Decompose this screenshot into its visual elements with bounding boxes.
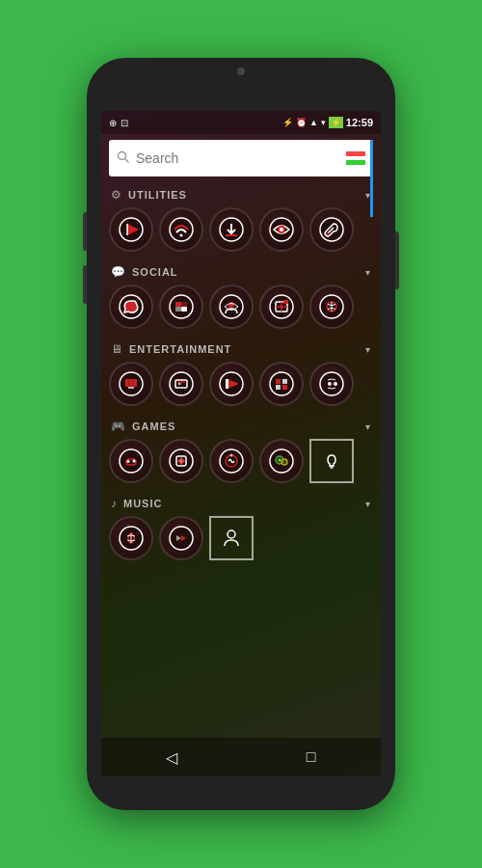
music-icon: ♪ [111,497,118,510]
svg-point-69 [228,530,235,538]
category-header-music[interactable]: ♪ MUSIC ▾ [109,491,373,514]
phone-screen: ⊕ ⊡ ⚡ ⏰ ▲ ▾ ⚡ 12:59 [101,111,381,776]
app-icon-ent-2[interactable] [159,362,203,406]
svg-point-60 [279,459,281,462]
app-icon-ent-4[interactable] [259,362,304,406]
gamepad-icon: 🎮 [111,420,126,433]
battery-icon: ⚡ [329,117,343,128]
svg-rect-29 [125,379,137,387]
search-bar[interactable] [109,140,373,176]
app-icon-utilities-4[interactable] [259,207,304,252]
social-icons-row [109,283,373,333]
svg-rect-16 [175,302,181,307]
app-icon-social-2[interactable] [159,285,203,329]
svg-rect-17 [181,307,187,312]
category-games: 🎮 GAMES ▾ [109,414,373,487]
category-header-utilities[interactable]: ⚙ UTILITIES ▾ [109,182,373,205]
app-icon-ent-5[interactable] [309,362,354,406]
category-header-games[interactable]: 🎮 GAMES ▾ [109,414,373,437]
category-header-entertainment[interactable]: 🖥 ENTERTAINMENT ▾ [109,337,373,360]
app-icon-social-4[interactable] [259,285,304,329]
chevron-down-icon-social: ▾ [365,267,371,278]
search-icon [117,150,130,167]
nav-home-button[interactable]: □ [297,743,326,772]
app-icon-utilities-3[interactable] [209,207,254,252]
svg-point-45 [331,383,333,385]
whatsapp-icon: ⊕ [109,118,117,128]
app-icon-music-person[interactable] [209,516,254,560]
wifi-icon: ▾ [321,118,326,127]
app-icon-social-1[interactable] [109,285,153,329]
svg-rect-33 [177,381,185,383]
svg-rect-41 [282,385,287,390]
gear-icon: ⚙ [111,188,122,202]
category-music: ♪ MUSIC ▾ [109,491,373,562]
chat-icon: 💬 [111,265,126,279]
svg-point-21 [228,302,234,308]
app-icon-ent-3[interactable] [209,362,254,406]
search-input[interactable] [136,150,346,166]
svg-point-44 [334,382,337,386]
signal-icon: ▲ [309,118,318,127]
utilities-icons-row [109,205,373,256]
category-title-utilities: UTILITIES [128,189,365,201]
app-icon-utilities-5[interactable] [309,207,354,252]
svg-rect-36 [226,379,228,389]
app-icon-ent-1[interactable] [109,362,153,406]
app-icon-utilities-1[interactable] [109,207,153,252]
svg-point-15 [170,295,193,318]
svg-line-1 [125,158,129,162]
category-header-social[interactable]: 💬 SOCIAL ▾ [109,259,373,283]
svg-point-46 [120,449,143,473]
nav-back-button[interactable]: ◁ [157,743,186,772]
svg-rect-38 [276,379,281,384]
svg-point-0 [119,151,126,159]
svg-point-48 [133,460,136,463]
svg-rect-30 [128,387,134,389]
app-icon-utilities-2[interactable] [159,207,203,252]
status-right-icons: ⚡ ⏰ ▲ ▾ ⚡ 12:59 [282,117,373,128]
svg-rect-19 [181,302,187,307]
entertainment-icons-row [109,360,373,410]
front-camera [237,68,245,75]
category-utilities: ⚙ UTILITIES ▾ [109,182,373,256]
category-title-entertainment: ENTERTAINMENT [129,343,365,355]
app-icon-music-2[interactable] [159,516,203,560]
svg-rect-39 [282,379,287,384]
scroll-indicator [370,140,373,217]
status-left-icons: ⊕ ⊡ [109,118,128,128]
svg-point-6 [180,234,183,237]
svg-point-56 [230,454,233,457]
chevron-down-icon-games: ▾ [365,421,371,432]
app-icon-games-1[interactable] [109,439,153,483]
status-bar: ⊕ ⊡ ⚡ ⏰ ▲ ▾ ⚡ 12:59 [101,111,381,134]
category-title-games: GAMES [132,420,365,432]
app-icon-games-4[interactable] [259,439,304,483]
app-icon-social-5[interactable] [309,285,354,329]
alarm-icon: ⏰ [296,118,307,127]
app-icon-games-3[interactable] [209,439,254,483]
app-icon-music-1[interactable] [109,516,153,560]
svg-rect-18 [175,307,181,312]
svg-rect-40 [276,385,281,390]
svg-rect-8 [226,234,237,236]
flag-icon [346,151,365,165]
chevron-down-icon-music: ▾ [365,499,371,509]
monitor-icon: 🖥 [111,342,123,356]
svg-point-11 [280,228,283,231]
app-icon-games-lightbulb[interactable] [309,439,354,483]
app-icon-social-3[interactable] [209,285,254,329]
category-entertainment: 🖥 ENTERTAINMENT ▾ [109,337,373,410]
svg-point-13 [326,232,329,235]
chevron-down-icon-ent: ▾ [365,344,371,355]
games-icons-row [109,437,373,487]
category-social: 💬 SOCIAL ▾ [109,259,373,333]
time-display: 12:59 [346,117,373,128]
navigation-bar: ◁ □ [101,738,381,776]
svg-point-59 [281,459,287,465]
image-icon: ⊡ [120,118,128,128]
category-title-music: MUSIC [123,498,365,509]
category-title-social: SOCIAL [132,266,365,278]
app-icon-games-2[interactable] [159,439,203,483]
svg-rect-24 [283,300,288,304]
